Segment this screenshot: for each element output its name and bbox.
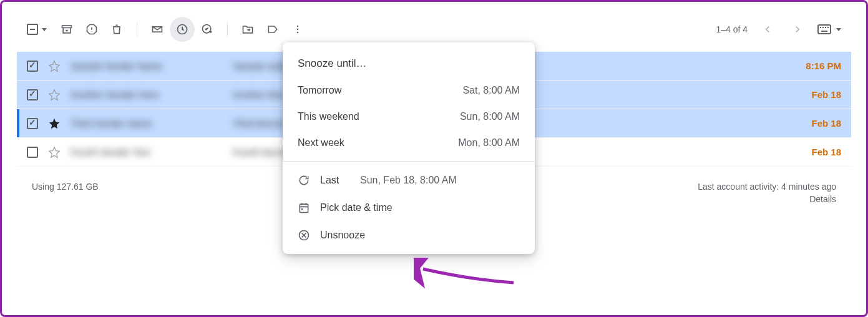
envelope-icon <box>151 23 163 36</box>
svg-rect-8 <box>825 27 826 28</box>
activity-text: Last account activity: 4 minutes ago <box>698 182 836 192</box>
svg-rect-12 <box>301 208 303 210</box>
svg-rect-6 <box>820 27 821 28</box>
svg-rect-11 <box>300 204 308 212</box>
labels-button[interactable] <box>260 17 285 42</box>
trash-icon <box>110 23 123 36</box>
storage-text: Using 127.61 GB <box>32 182 99 207</box>
svg-rect-10 <box>821 31 827 32</box>
unsnooze-label: Unsnooze <box>320 230 365 241</box>
svg-point-4 <box>297 32 299 34</box>
option-time: Sun, 8:00 AM <box>460 111 520 122</box>
star-outline-icon <box>48 60 61 72</box>
email-date: 8:16 PM <box>793 61 841 71</box>
cancel-icon <box>298 229 310 241</box>
snooze-menu-title: Snooze until… <box>283 47 535 77</box>
snooze-option-tomorrow[interactable]: Tomorrow Sat, 8:00 AM <box>283 77 535 104</box>
next-page-button[interactable] <box>788 19 807 39</box>
more-vert-icon <box>291 23 304 36</box>
task-add-icon <box>201 23 213 36</box>
annotation-arrow <box>414 258 520 289</box>
calendar-icon <box>298 202 310 214</box>
archive-button[interactable] <box>54 17 79 42</box>
prev-page-button[interactable] <box>758 19 778 39</box>
option-time: Mon, 8:00 AM <box>458 137 520 149</box>
star-button[interactable] <box>48 60 61 72</box>
snooze-option-weekend[interactable]: This weekend Sun, 8:00 AM <box>283 104 535 130</box>
add-to-tasks-button[interactable] <box>195 17 220 42</box>
refresh-icon <box>298 174 310 187</box>
star-outline-icon <box>48 89 61 101</box>
star-button[interactable] <box>48 89 61 101</box>
move-to-button[interactable] <box>235 17 260 42</box>
row-checkbox[interactable] <box>27 118 38 129</box>
option-time: Sat, 8:00 AM <box>462 85 520 96</box>
archive-icon <box>61 23 73 36</box>
pagination-text: 1–4 of 4 <box>716 24 748 34</box>
delete-button[interactable] <box>104 17 129 42</box>
clock-icon <box>176 23 188 36</box>
email-date: Feb 18 <box>799 118 841 129</box>
separator <box>227 22 228 37</box>
sender-name: Third Sender Name <box>71 118 233 129</box>
snooze-unsnooze[interactable]: Unsnooze <box>283 222 535 249</box>
email-date: Feb 18 <box>799 147 841 157</box>
divider <box>283 161 535 162</box>
email-date: Feb 18 <box>799 89 841 100</box>
chevron-left-icon <box>762 24 773 35</box>
toolbar: 1–4 of 4 <box>17 14 851 44</box>
separator <box>137 22 137 37</box>
option-label: Tomorrow <box>298 85 341 96</box>
star-button[interactable] <box>48 117 61 130</box>
option-label: Next week <box>298 137 344 149</box>
sender-name: Another Sender Here <box>71 89 233 100</box>
sender-name: Sample Sender Name <box>71 61 233 71</box>
row-checkbox[interactable] <box>27 147 38 158</box>
svg-rect-9 <box>827 27 829 28</box>
star-filled-icon <box>48 117 61 130</box>
select-all-checkbox[interactable] <box>27 24 47 35</box>
caret-down-icon <box>42 28 47 31</box>
svg-rect-7 <box>822 27 824 28</box>
star-button[interactable] <box>48 146 61 158</box>
label-icon <box>266 23 279 36</box>
option-label: This weekend <box>298 111 359 122</box>
svg-rect-5 <box>818 25 831 34</box>
snooze-last[interactable]: Last Sun, Feb 18, 8:00 AM <box>283 167 535 194</box>
caret-down-icon <box>836 28 841 31</box>
row-checkbox[interactable] <box>27 61 38 72</box>
sender-name: Fourth Sender Text <box>71 147 233 157</box>
last-label: Last <box>320 175 345 186</box>
snooze-option-nextweek[interactable]: Next week Mon, 8:00 AM <box>283 130 535 156</box>
report-spam-button[interactable] <box>79 17 104 42</box>
row-checkbox[interactable] <box>27 89 38 100</box>
mark-unread-button[interactable] <box>145 17 170 42</box>
spam-icon <box>85 23 98 36</box>
more-button[interactable] <box>285 17 310 42</box>
snooze-button[interactable] <box>170 17 195 42</box>
input-tools-button[interactable] <box>817 24 841 34</box>
pick-label: Pick date & time <box>320 202 393 213</box>
details-link[interactable]: Details <box>698 194 836 204</box>
snooze-menu: Snooze until… Tomorrow Sat, 8:00 AM This… <box>283 42 535 254</box>
svg-point-2 <box>297 26 299 27</box>
last-time: Sun, Feb 18, 8:00 AM <box>360 175 457 186</box>
snooze-pick-date[interactable]: Pick date & time <box>283 194 535 222</box>
keyboard-icon <box>817 24 831 34</box>
folder-move-icon <box>241 23 254 36</box>
star-outline-icon <box>48 146 61 158</box>
svg-point-3 <box>297 29 299 31</box>
chevron-right-icon <box>792 24 803 35</box>
